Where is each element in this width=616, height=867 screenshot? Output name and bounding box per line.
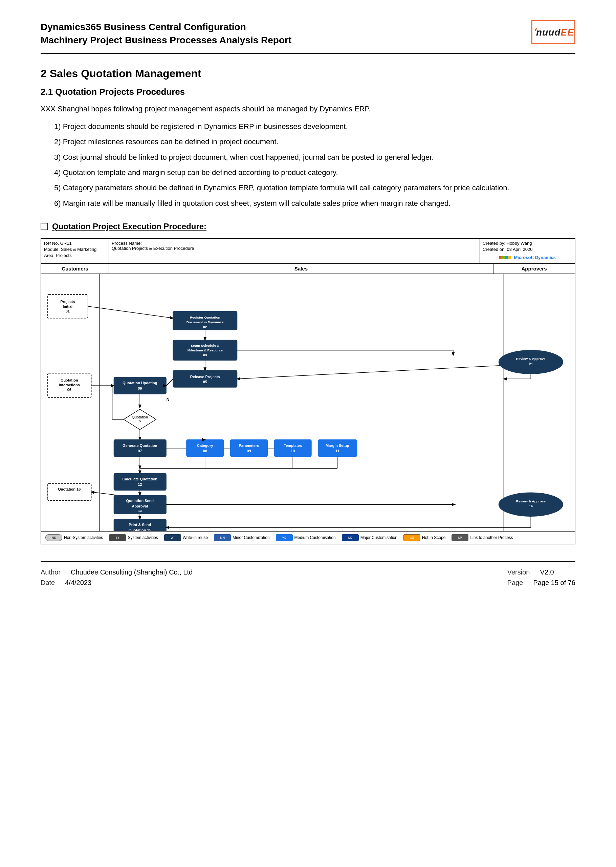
svg-text:Generate Quotation: Generate Quotation [123,444,157,448]
legend-not-in-scope: OS Not In Scope [404,534,445,541]
svg-rect-12 [47,484,91,501]
svg-text:Print & Send: Print & Send [129,523,151,527]
col-approvers: Approvers [493,264,575,274]
svg-line-6 [88,306,173,318]
svg-text:08: 08 [203,449,207,453]
svg-rect-54 [231,440,268,457]
svg-text:Register Quotation: Register Quotation [190,316,220,319]
svg-text:Review & Approve: Review & Approve [516,357,546,360]
legend-system: SY System activities [109,534,158,541]
svg-text:09: 09 [247,449,251,453]
flowchart-columns: Customers Sales Approvers [41,264,575,274]
page: Dynamics365 Business Central Configurati… [0,0,616,867]
svg-text:06: 06 [68,388,71,392]
date-value: 4/4/2023 [65,579,91,587]
list-item-5: 5) Category parameters should be defined… [54,181,575,194]
svg-rect-31 [114,377,166,394]
svg-text:Interactions: Interactions [59,383,80,387]
flowchart-body: Projects Initial 01 Quotation Interactio… [41,274,575,531]
author-label: Author [41,568,61,576]
svg-text:Release Projects: Release Projects [190,375,220,379]
svg-text:12: 12 [138,482,142,486]
legend-medium: MD Medium Customisation [276,534,336,541]
svg-text:10: 10 [291,449,295,453]
page-label: Page [508,579,523,587]
svg-text:Quotation: Quotation [132,415,148,419]
svg-line-37 [166,379,173,386]
svg-text:Initial: Initial [63,304,72,308]
svg-text:?: ? [139,420,141,424]
svg-text:Review & Approve: Review & Approve [516,499,546,503]
company-logo: ʻnuudEE [531,20,575,44]
fc-created-area: Created by: Hobby Wang Created on: 08 Ap… [480,239,575,263]
svg-text:Setup Schedule &: Setup Schedule & [190,344,219,348]
svg-text:03: 03 [203,353,207,357]
col-sales: Sales [109,264,493,274]
svg-text:Projects: Projects [60,300,75,304]
date-label: Date [41,579,55,587]
footer-right: Version V2.0 Page Page 15 of 76 [508,568,575,587]
heading-checkbox-icon [41,223,48,230]
author-value: Chuudee Consulting (Shanghai) Co., Ltd [71,568,193,576]
flowchart-svg: Projects Initial 01 Quotation Interactio… [41,274,575,531]
svg-line-30 [237,365,504,379]
svg-text:Quotation 15: Quotation 15 [129,528,151,531]
version-label: Version [508,568,530,576]
svg-text:Category: Category [197,444,213,448]
svg-text:Margin Setup: Margin Setup [325,444,349,448]
svg-text:Quotation Send: Quotation Send [126,499,154,503]
document-title: Dynamics365 Business Central Configurati… [41,20,291,47]
list-item-4: 4) Quotation template and margin setup c… [54,166,575,179]
svg-rect-57 [274,440,311,457]
microsoft-dynamics-logo: ■■■■ Microsoft Dynamics [499,254,556,260]
list-item-3: 3) Cost journal should be linked to proj… [54,151,575,164]
svg-text:13: 13 [138,509,142,513]
version-value: V2.0 [540,568,554,576]
page-header: Dynamics365 Business Central Configurati… [41,20,575,54]
svg-text:Parameters: Parameters [239,444,259,448]
list-item-2: 2) Project milestones resources can be d… [54,135,575,148]
svg-rect-60 [318,440,357,457]
svg-text:04: 04 [529,362,533,365]
svg-text:Quotation Updating: Quotation Updating [123,381,157,385]
col-customers: Customers [41,264,109,274]
svg-rect-46 [114,440,166,457]
svg-text:N: N [167,397,170,402]
intro-text: XXX Shanghai hopes following project man… [41,102,575,115]
svg-text:07: 07 [138,449,142,453]
document-footer: Author Chuudee Consulting (Shanghai) Co.… [41,561,575,587]
svg-text:05: 05 [203,380,207,384]
flowchart: Ref No. GR11 Module: Sales & Marketing A… [41,238,575,544]
list-item-6: 6) Margin rate will be manually filled i… [54,197,575,209]
footer-left: Author Chuudee Consulting (Shanghai) Co.… [41,568,193,587]
proc-heading: Quotation Project Execution Procedure: [41,222,575,231]
svg-text:01: 01 [66,309,70,313]
legend-link: LP Link to another Process [451,534,513,541]
fc-process-area: Process Name: Quotation Projects & Execu… [109,239,480,263]
legend-major: MJ Major Customisation [342,534,398,541]
svg-text:06: 06 [138,386,142,390]
legend-write-in: WI Write-in reuse [164,534,208,541]
svg-rect-70 [114,474,166,491]
svg-text:Templates: Templates [284,444,302,448]
svg-text:Milestone & Resource: Milestone & Resource [187,348,223,352]
fc-ref-area: Ref No. GR11 Module: Sales & Marketing A… [41,239,109,263]
svg-text:Approval: Approval [132,504,148,508]
svg-text:11: 11 [335,449,339,453]
svg-text:02: 02 [203,325,207,329]
flowchart-legend: NS Non-System activities SY System activ… [41,531,575,544]
svg-text:Calculate Quotation: Calculate Quotation [122,477,157,481]
legend-non-system: NS Non-System activities [46,534,103,541]
subsection-title: 2.1 Quotation Projects Procedures [41,87,575,97]
flowchart-header: Ref No. GR11 Module: Sales & Marketing A… [41,239,575,264]
svg-text:Quotation: Quotation [61,378,78,382]
page-value: Page 15 of 76 [533,579,575,587]
svg-text:Quotation 16: Quotation 16 [58,487,80,491]
legend-minor: MN Minor Customization [214,534,269,541]
svg-text:14: 14 [529,504,533,508]
list-item-1: 1) Project documents should be registere… [54,120,575,133]
svg-text:Document in Dynamics: Document in Dynamics [187,320,224,324]
svg-rect-50 [187,440,224,457]
section-title: 2 Sales Quotation Management [41,68,575,80]
